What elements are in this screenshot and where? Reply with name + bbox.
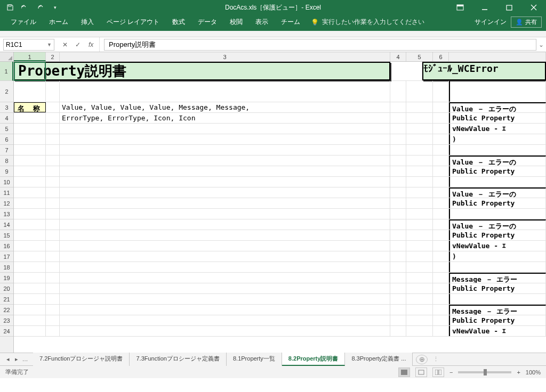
ribbon-tab-view[interactable]: 表示 <box>249 14 275 31</box>
cell-r8c3[interactable] <box>60 156 390 166</box>
cell-r17c3[interactable] <box>60 251 390 262</box>
col-header-5[interactable]: 5 <box>406 52 433 61</box>
cell-r6c6[interactable] <box>433 134 449 144</box>
ribbon-tab-home[interactable]: ホーム <box>43 14 75 31</box>
row-header-14[interactable]: 14 <box>0 219 13 230</box>
side-cell-r18[interactable] <box>449 262 546 272</box>
cell-r20c3[interactable] <box>60 283 390 293</box>
cell-r21c4[interactable] <box>390 294 406 304</box>
cell-r21c3[interactable] <box>60 294 390 304</box>
cell-r19c6[interactable] <box>433 273 449 283</box>
row-header-6[interactable]: 6 <box>0 134 13 145</box>
cell-r16c2[interactable] <box>46 241 60 251</box>
sheet-tab-menu-icon[interactable]: ⋮ <box>433 356 439 363</box>
sheet-nav-more-icon[interactable]: … <box>21 356 29 363</box>
cell-r22c5[interactable] <box>406 305 433 315</box>
sheet-tab-1[interactable]: 7.3Functionプロシージャ定義書 <box>130 353 226 366</box>
cell-r6c4[interactable] <box>390 134 406 144</box>
ribbon-tab-team[interactable]: チーム <box>275 14 307 31</box>
formula-expand-icon[interactable]: ⌄ <box>536 41 546 48</box>
col-header-4[interactable]: 4 <box>390 52 406 61</box>
zoom-out-button[interactable]: − <box>449 369 453 375</box>
col-header-3[interactable]: 3 <box>60 52 390 61</box>
ribbon-tab-data[interactable]: データ <box>191 14 223 31</box>
cancel-formula-icon[interactable]: ✕ <box>60 41 70 48</box>
cell-r13c5[interactable] <box>406 209 433 219</box>
cell-r23c4[interactable] <box>390 315 406 325</box>
cell-r5c4[interactable] <box>390 124 406 134</box>
row-header-10[interactable]: 10 <box>0 177 13 187</box>
cell-r13c1[interactable] <box>14 209 46 219</box>
cell-r5c1[interactable] <box>14 124 46 134</box>
side-cell-r4[interactable]: Public Property <box>449 113 546 123</box>
row-header-19[interactable]: 19 <box>0 273 13 283</box>
row-header-5[interactable]: 5 <box>0 124 13 134</box>
cell-r14c4[interactable] <box>390 219 406 230</box>
side-cell-r15[interactable]: Public Property <box>449 230 546 240</box>
row-header-16[interactable]: 16 <box>0 241 13 251</box>
cell-r23c6[interactable] <box>433 315 449 325</box>
cell-r20c6[interactable] <box>433 283 449 293</box>
row-header-9[interactable]: 9 <box>0 166 13 177</box>
new-sheet-button[interactable]: ⊕ <box>416 355 428 364</box>
col-header-1[interactable]: 1 <box>14 52 46 61</box>
cell-r15c4[interactable] <box>390 230 406 240</box>
cell-r11c1[interactable] <box>14 187 46 198</box>
cell-r2c2[interactable] <box>46 81 60 102</box>
cell-r12c5[interactable] <box>406 198 433 208</box>
cell-r19c5[interactable] <box>406 273 433 283</box>
ribbon-tab-review[interactable]: 校閲 <box>223 14 249 31</box>
cell-r5c5[interactable] <box>406 124 433 134</box>
cell-r14c2[interactable] <box>46 219 60 230</box>
side-cell-r12[interactable]: Public Property <box>449 198 546 208</box>
select-all-corner[interactable] <box>0 52 14 61</box>
side-cell-r7[interactable] <box>449 145 546 155</box>
cell-r18c4[interactable] <box>390 262 406 272</box>
cell-r14c3[interactable] <box>60 219 390 230</box>
cell-r14c1[interactable] <box>14 219 46 230</box>
side-cell-r24[interactable]: vNewValue - ｴ <box>449 326 546 336</box>
row-header-15[interactable]: 15 <box>0 230 13 241</box>
side-cell-r9[interactable]: Public Property <box>449 166 546 176</box>
row-header-18[interactable]: 18 <box>0 262 13 273</box>
cell-r9c5[interactable] <box>406 166 433 176</box>
cell-r2c6[interactable] <box>433 81 449 102</box>
maximize-icon[interactable] <box>497 0 521 15</box>
cell-r11c3[interactable] <box>60 187 390 198</box>
close-icon[interactable] <box>521 0 546 15</box>
cell-r18c3[interactable] <box>60 262 390 272</box>
cell-r8c2[interactable] <box>46 156 60 166</box>
fx-icon[interactable]: fx <box>85 41 96 48</box>
cell-r5c3[interactable] <box>60 124 390 134</box>
cell-r2c4[interactable] <box>390 81 406 102</box>
cell-r17c4[interactable] <box>390 251 406 262</box>
cell-r4c3[interactable]: ErrorType, ErrorType, Icon, Icon <box>60 113 390 123</box>
name-box-dropdown-icon[interactable]: ▼ <box>47 42 52 47</box>
cell-r10c4[interactable] <box>390 177 406 187</box>
row-header-20[interactable]: 20 <box>0 283 13 294</box>
save-icon[interactable] <box>3 2 17 13</box>
view-pagebreak-icon[interactable] <box>432 368 444 377</box>
cell-r9c2[interactable] <box>46 166 60 176</box>
cell-r22c4[interactable] <box>390 305 406 315</box>
cell-r3c2[interactable] <box>46 102 60 112</box>
row-header-3[interactable]: 3 <box>0 102 13 113</box>
cell-r9c4[interactable] <box>390 166 406 176</box>
row-header-23[interactable]: 23 <box>0 315 13 326</box>
cell-r10c6[interactable] <box>433 177 449 187</box>
cell-r4c2[interactable] <box>46 113 60 123</box>
cell-r24c6[interactable] <box>433 326 449 336</box>
cell-r3c1[interactable]: 名 称 <box>14 102 46 112</box>
ribbon-tab-formulas[interactable]: 数式 <box>166 14 191 31</box>
view-pagelayout-icon[interactable] <box>415 368 427 377</box>
cell-r9c3[interactable] <box>60 166 390 176</box>
cell-r7c4[interactable] <box>390 145 406 155</box>
row-header-24[interactable]: 24 <box>0 326 13 337</box>
cell-r11c4[interactable] <box>390 187 406 198</box>
cell-r16c5[interactable] <box>406 241 433 251</box>
cell-r6c1[interactable] <box>14 134 46 144</box>
ribbon-tab-file[interactable]: ファイル <box>4 14 43 31</box>
cell-r10c5[interactable] <box>406 177 433 187</box>
row-header-12[interactable]: 12 <box>0 198 13 209</box>
cell-r2c3[interactable] <box>60 81 390 102</box>
